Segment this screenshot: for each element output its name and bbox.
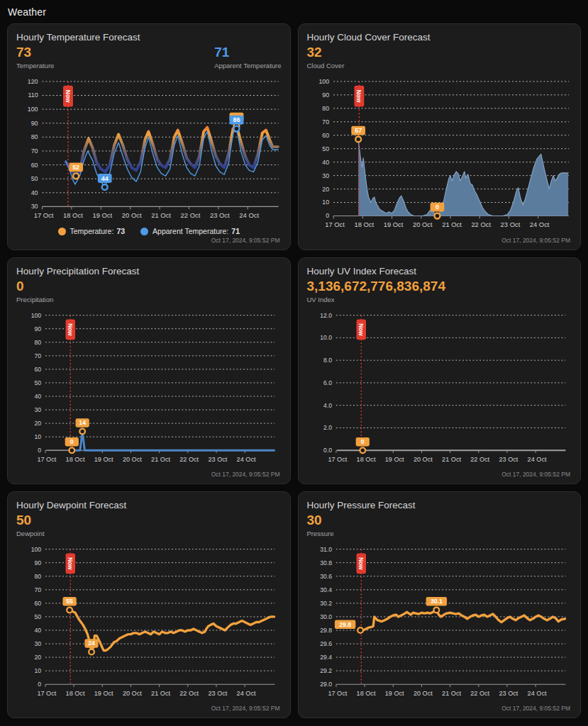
svg-text:10: 10 [35,433,42,440]
uv-index-value: 3,136,672,776,836,874 [307,279,445,294]
dewpoint-chart[interactable]: 010203040506070809010017 Oct18 Oct19 Oct… [16,542,282,703]
svg-text:86: 86 [233,116,240,123]
svg-text:21 Oct: 21 Oct [151,211,171,219]
svg-text:30.1: 30.1 [430,598,442,605]
cloud-cover-value: 32 [307,45,345,60]
metric-pressure: 30 Pressure [307,513,334,537]
svg-text:40: 40 [31,189,38,196]
svg-text:10: 10 [35,667,42,674]
svg-text:40: 40 [35,393,42,400]
chart-timestamp: Oct 17, 2024, 9:05:52 PM [16,469,282,480]
chart-timestamp: Oct 17, 2024, 9:05:52 PM [16,703,282,714]
svg-text:18 Oct: 18 Oct [356,689,375,696]
panel-title: Hourly Temperature Forecast [16,32,282,43]
dashboard-grid: Hourly Temperature Forecast 73 Temperatu… [0,23,588,725]
svg-text:29.8: 29.8 [320,627,332,634]
svg-text:52: 52 [72,164,79,171]
panel-title: Hourly Cloud Cover Forecast [307,32,572,43]
svg-text:Now: Now [355,90,362,103]
uv-index-chart[interactable]: 0.02.04.06.08.010.012.017 Oct18 Oct19 Oc… [307,308,572,469]
svg-text:18 Oct: 18 Oct [63,211,83,219]
svg-text:17 Oct: 17 Oct [328,455,347,462]
pressure-chart[interactable]: 29.029.229.429.629.830.030.230.430.630.8… [307,542,572,703]
svg-text:55: 55 [66,598,73,605]
svg-text:Now: Now [357,323,364,336]
metric-uv-index: 3,136,672,776,836,874 UV Index [307,279,445,303]
svg-text:17 Oct: 17 Oct [34,211,54,219]
svg-text:20 Oct: 20 Oct [122,211,142,219]
apparent-temperature-dot-icon [140,228,148,235]
temperature-chart[interactable]: 3040506070809010011012017 Oct18 Oct19 Oc… [16,74,282,226]
cloud-cover-chart[interactable]: 010203040506070809010017 Oct18 Oct19 Oct… [307,74,572,235]
svg-text:23 Oct: 23 Oct [210,211,230,219]
svg-text:40: 40 [322,158,329,165]
svg-text:70: 70 [35,352,42,359]
svg-text:23 Oct: 23 Oct [208,689,227,696]
panel-pressure-forecast: Hourly Pressure Forecast 30 Pressure 29.… [298,491,582,718]
svg-text:30.6: 30.6 [320,572,332,579]
svg-text:0: 0 [326,212,329,219]
chart-timestamp: Oct 17, 2024, 9:05:52 PM [16,235,282,246]
svg-text:23 Oct: 23 Oct [499,689,518,696]
svg-text:22 Oct: 22 Oct [471,221,491,228]
svg-text:21 Oct: 21 Oct [151,455,170,462]
svg-text:Now: Now [67,557,73,570]
metrics-row: 30 Pressure [307,513,572,537]
svg-text:0.0: 0.0 [323,447,332,454]
svg-text:18 Oct: 18 Oct [356,455,375,462]
svg-text:22 Oct: 22 Oct [181,211,201,219]
svg-text:21 Oct: 21 Oct [442,689,461,696]
svg-text:14: 14 [79,419,86,426]
precipitation-chart[interactable]: 010203040506070809010017 Oct18 Oct19 Oct… [16,308,282,469]
svg-text:0: 0 [38,447,41,454]
svg-text:4.0: 4.0 [323,401,332,408]
svg-text:24 Oct: 24 Oct [237,689,256,696]
legend-item-temperature[interactable]: Temperature: 73 [58,227,126,235]
legend-label: Apparent Temperature: [152,227,228,235]
svg-text:23 Oct: 23 Oct [208,455,227,462]
svg-text:30.2: 30.2 [320,600,332,607]
svg-text:10.0: 10.0 [320,334,332,341]
svg-text:50: 50 [35,613,42,620]
legend-value: 73 [116,227,125,235]
legend-item-apparent-temperature[interactable]: Apparent Temperature: 71 [140,227,240,235]
svg-text:10: 10 [322,199,329,206]
svg-text:20: 20 [322,185,329,192]
svg-text:Now: Now [65,90,72,103]
svg-text:90: 90 [322,91,329,99]
svg-text:70: 70 [322,118,329,125]
page-header: Weather [0,0,588,23]
metric-precipitation: 0 Precipitation [16,279,53,303]
svg-text:40: 40 [35,627,42,634]
svg-text:6.0: 6.0 [323,379,332,386]
dewpoint-value: 50 [16,513,45,528]
svg-text:50: 50 [31,175,38,182]
svg-text:0: 0 [435,203,438,211]
svg-text:80: 80 [322,105,329,112]
temperature-value: 73 [16,45,54,60]
svg-text:60: 60 [35,366,42,373]
svg-text:60: 60 [35,600,42,607]
svg-text:22 Oct: 22 Oct [179,689,199,696]
svg-text:2.0: 2.0 [323,424,332,431]
svg-text:24 Oct: 24 Oct [527,689,546,696]
apparent-temperature-label: Apparent Temperature [214,62,281,69]
precipitation-value: 0 [16,279,53,294]
svg-text:17 Oct: 17 Oct [37,455,56,462]
panel-title: Hourly Dewpoint Forecast [16,500,282,510]
svg-text:90: 90 [35,325,42,332]
svg-text:20: 20 [35,420,42,427]
chart-timestamp: Oct 17, 2024, 9:05:52 PM [307,235,572,246]
svg-text:29.2: 29.2 [320,667,332,674]
svg-text:19 Oct: 19 Oct [92,211,112,219]
svg-text:24: 24 [88,640,95,647]
svg-text:21 Oct: 21 Oct [442,221,462,228]
svg-text:8.0: 8.0 [323,357,332,364]
svg-text:0: 0 [38,681,41,688]
panel-uv-index-forecast: Hourly UV Index Forecast 3,136,672,776,8… [298,257,582,484]
svg-text:30.8: 30.8 [320,559,332,566]
page-title: Weather [8,6,588,18]
svg-text:24 Oct: 24 Oct [237,455,256,462]
svg-text:100: 100 [28,106,38,113]
temperature-legend: Temperature: 73 Apparent Temperature: 71 [16,227,282,235]
